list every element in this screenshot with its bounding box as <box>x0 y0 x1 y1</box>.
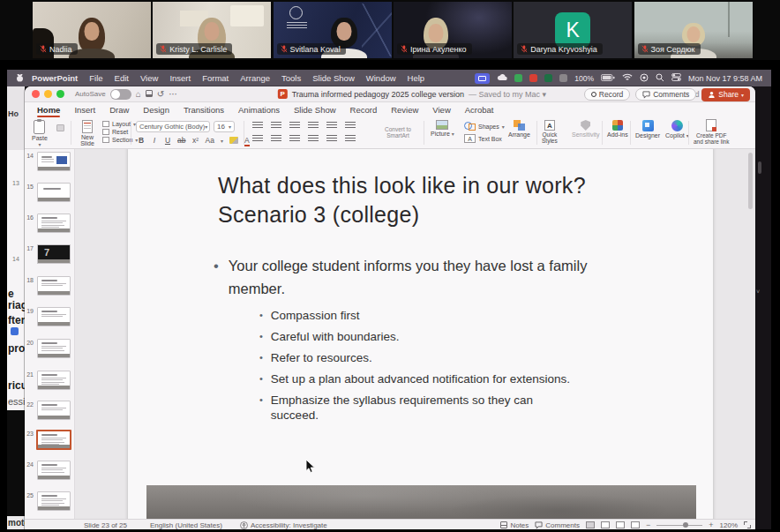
spotlight-search-icon[interactable] <box>656 73 664 84</box>
slide-thumbnail-row[interactable]: 177 <box>25 244 75 267</box>
slide-body-text[interactable]: •Your college student informs you they h… <box>214 254 637 423</box>
layout-button[interactable]: Layout▾ <box>102 121 138 127</box>
slide-bullet-level1[interactable]: •Your college student informs you they h… <box>214 254 637 300</box>
record-button[interactable]: Record <box>584 88 630 101</box>
font-name-combo[interactable]: Century Gothic (Body)▾ <box>136 121 210 132</box>
participant-tile[interactable]: Svitlana Koval <box>274 2 392 58</box>
create-pdf-button[interactable]: Create PDFand share link <box>694 119 729 145</box>
sensitivity-button[interactable]: Sensitivity <box>572 120 600 138</box>
slide-title[interactable]: What does this look like in our work? Sc… <box>218 171 686 229</box>
undo-icon[interactable]: ↺ <box>157 90 164 99</box>
menu-item-view[interactable]: View <box>140 73 158 83</box>
close-window-button[interactable] <box>32 90 40 98</box>
slide-thumbnail-row[interactable]: 16 <box>25 214 75 236</box>
section-button[interactable]: Section▾ <box>102 137 138 143</box>
language-status[interactable]: English (United States) <box>150 521 222 529</box>
arrange-button[interactable]: Arrange <box>508 120 530 138</box>
format-change-case-button[interactable]: Aa <box>205 136 214 145</box>
participant-tile[interactable]: KDaryna Kryvoshyia <box>514 2 632 58</box>
slide-thumbnail[interactable]: 7 <box>37 244 71 264</box>
slide-thumbnail-row[interactable]: 19 <box>25 307 75 330</box>
slide-thumbnail[interactable] <box>37 339 71 358</box>
text-direction-icon[interactable] <box>345 122 356 130</box>
tab-view[interactable]: View <box>432 105 450 115</box>
tab-acrobat[interactable]: Acrobat <box>465 105 494 115</box>
line-spacing-icon[interactable] <box>326 122 337 130</box>
tab-design[interactable]: Design <box>143 105 169 115</box>
autosave-toggle[interactable] <box>110 89 131 100</box>
app-status-icon[interactable] <box>559 74 567 82</box>
more-commands-icon[interactable]: ⋯ <box>169 90 177 99</box>
slide-bullet-level2[interactable]: •Compassion first <box>259 308 637 323</box>
slideshow-view-button[interactable] <box>631 521 640 528</box>
share-button[interactable]: Share▾ <box>701 88 750 101</box>
canvas-scrollbar[interactable] <box>748 153 753 209</box>
minimize-window-button[interactable] <box>44 90 52 98</box>
notes-button[interactable]: Notes <box>500 521 529 529</box>
align-left-icon[interactable] <box>252 135 263 143</box>
font-color-button[interactable]: A <box>244 136 250 145</box>
menu-item-window[interactable]: Window <box>366 73 396 83</box>
bullet-list-icon[interactable] <box>252 122 263 130</box>
slide-bullet-level2[interactable]: •Careful with boundaries. <box>259 329 637 344</box>
align-text-icon[interactable] <box>345 135 356 143</box>
picture-button[interactable]: Picture ▾ <box>431 120 454 138</box>
zoom-out-button[interactable]: − <box>646 521 650 529</box>
quick-styles-button[interactable]: A QuickStyles <box>542 120 558 144</box>
slide-thumbnail-row[interactable]: 14 <box>25 152 75 175</box>
slide-thumbnail[interactable] <box>37 214 71 233</box>
slide-bullet-level2[interactable]: •Set up a plan about advanced notificati… <box>259 371 637 386</box>
zoom-percentage[interactable]: 120% <box>720 521 738 529</box>
slide-thumbnail[interactable] <box>37 371 71 390</box>
convert-smartart-button[interactable]: Convert toSmartArt <box>376 126 420 139</box>
apple-menu-icon[interactable] <box>16 72 24 84</box>
paste-button[interactable]: Paste▾ <box>32 120 48 148</box>
comments-toggle-button[interactable]: Comments <box>535 521 580 529</box>
participant-tile[interactable]: Kristy L. Carlisle <box>153 2 271 58</box>
cloud-sync-icon[interactable] <box>497 73 507 83</box>
slide-thumbnail[interactable] <box>37 276 71 296</box>
increase-indent-icon[interactable] <box>308 122 319 130</box>
screen-record-icon[interactable] <box>640 73 649 84</box>
format-superscript-button[interactable]: x² <box>191 136 199 145</box>
new-slide-button[interactable]: New Slide <box>76 120 99 146</box>
tab-transitions[interactable]: Transitions <box>184 105 224 115</box>
tab-animations[interactable]: Animations <box>238 105 280 115</box>
slide-sorter-view-button[interactable] <box>601 521 610 528</box>
slide-bullet-level2[interactable]: •Refer to resources. <box>259 350 637 365</box>
slide-thumbnail[interactable] <box>37 183 71 202</box>
slide-thumbnail[interactable] <box>37 307 71 326</box>
slide-thumbnail-row[interactable]: 24 <box>25 461 75 483</box>
zoom-slider[interactable] <box>656 525 702 526</box>
shapes-button[interactable]: Shapes▾ <box>464 122 505 131</box>
slide-thumbnail-row[interactable]: 18 <box>25 276 75 299</box>
screen-sharing-indicator-icon[interactable] <box>475 73 490 84</box>
format-italic-button[interactable]: I <box>151 136 158 145</box>
zoom-window-button[interactable] <box>56 90 64 98</box>
format-strikethrough-button[interactable]: ab <box>177 136 185 145</box>
slide-thumbnail[interactable] <box>36 430 71 450</box>
decrease-indent-icon[interactable] <box>289 122 300 130</box>
slide-thumbnail[interactable] <box>37 491 71 511</box>
participant-tile[interactable]: Ірина Акуленко <box>394 2 512 58</box>
slide-thumbnail-panel[interactable]: 1415161771819202122232425 <box>25 149 75 519</box>
format-underline-button[interactable]: U <box>164 136 171 145</box>
menu-item-help[interactable]: Help <box>408 73 425 83</box>
tab-record[interactable]: Record <box>350 105 378 115</box>
window-edge-chevron[interactable]: ˅ <box>756 288 760 295</box>
justify-icon[interactable] <box>308 135 319 143</box>
slide-thumbnail-row[interactable]: 20 <box>25 339 75 362</box>
menu-item-slide-show[interactable]: Slide Show <box>312 73 355 83</box>
slide-thumbnail-row[interactable]: 21 <box>25 371 75 393</box>
wifi-icon[interactable] <box>622 73 633 83</box>
tab-review[interactable]: Review <box>391 105 418 115</box>
font-size-combo[interactable]: 16▾ <box>214 121 235 132</box>
menu-item-file[interactable]: File <box>89 73 102 83</box>
comments-button[interactable]: Comments <box>635 88 696 101</box>
zoom-in-button[interactable]: + <box>709 521 713 529</box>
window-edge-handle[interactable] <box>758 161 761 174</box>
document-saved-state[interactable]: — Saved to my Mac ▾ <box>469 90 546 99</box>
addins-button[interactable]: Add-ins <box>607 120 628 138</box>
participant-tile[interactable]: Nadiia <box>33 2 151 58</box>
slide-bullet-level2[interactable]: •Emphasize the syllabus requirements so … <box>259 393 637 423</box>
